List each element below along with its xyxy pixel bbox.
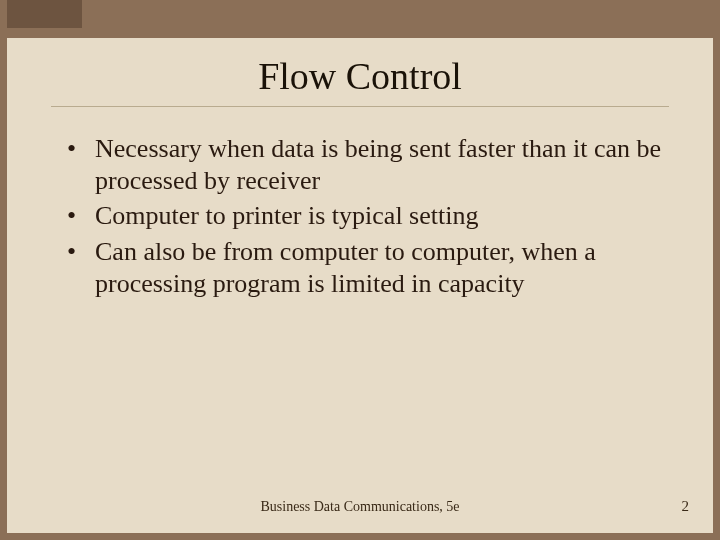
slide-right-border (713, 0, 720, 540)
slide-body: Flow Control Necessary when data is bein… (7, 38, 713, 533)
bullet-item: Computer to printer is typical setting (77, 200, 671, 232)
slide-top-tab (0, 0, 82, 28)
bullet-item: Necessary when data is being sent faster… (77, 133, 671, 196)
page-number: 2 (682, 498, 690, 515)
slide-top-border (0, 0, 720, 38)
slide-bottom-border (0, 533, 720, 540)
slide-footer: Business Data Communications, 5e (7, 499, 713, 515)
slide-left-border (0, 0, 7, 540)
bullet-list: Necessary when data is being sent faster… (49, 133, 671, 300)
title-underline (51, 106, 669, 107)
bullet-item: Can also be from computer to computer, w… (77, 236, 671, 299)
slide-title: Flow Control (49, 54, 671, 98)
